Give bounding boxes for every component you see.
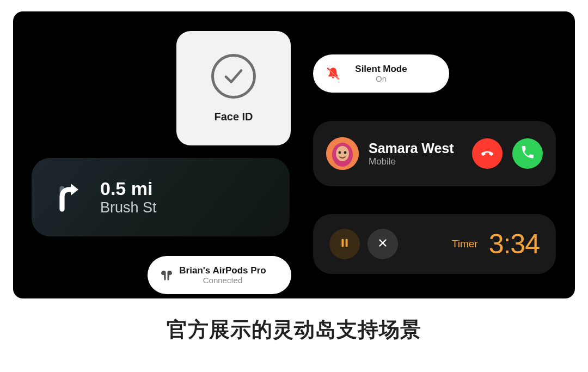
caller-avatar [326,137,359,170]
decline-call-button[interactable] [472,138,503,169]
timer-card: Timer 3:34 [313,214,556,274]
timer-time: 3:34 [489,228,540,260]
svg-rect-8 [346,239,348,247]
caller-info: Samara West Mobile [369,141,462,167]
svg-point-5 [339,151,341,154]
silent-mode-text: Silent Mode On [325,64,437,84]
silent-mode-pill: Silent Mode On [313,54,449,93]
airpods-status: Connected [164,276,281,285]
timer-close-button[interactable] [367,229,398,259]
caller-line: Mobile [369,156,462,167]
close-icon [377,237,389,251]
airpods-text: Brian's AirPods Pro Connected [164,265,281,285]
svg-point-4 [336,146,349,161]
phone-icon [520,145,535,162]
silent-mode-status: On [325,74,437,83]
navigation-street: Brush St [100,199,157,216]
phone-down-icon [480,145,494,162]
navigation-distance: 0.5 mi [100,178,157,199]
pause-icon [339,237,351,251]
caller-name: Samara West [369,141,462,156]
silent-mode-title: Silent Mode [325,64,437,75]
showcase-stage: Face ID Silent Mode On [13,11,575,298]
svg-rect-7 [342,239,344,247]
timer-label: Timer [452,238,478,250]
turn-right-icon [51,181,84,214]
navigation-text: 0.5 mi Brush St [100,178,157,216]
svg-point-6 [344,151,347,154]
accept-call-button[interactable] [512,138,543,169]
checkmark-circle-icon [211,54,256,99]
airpods-title: Brian's AirPods Pro [164,265,281,276]
faceid-card: Face ID [176,31,291,145]
faceid-label: Face ID [214,111,253,123]
timer-pause-button[interactable] [329,229,360,259]
image-caption: 官方展示的灵动岛支持场景 [0,316,588,344]
navigation-card: 0.5 mi Brush St [32,158,290,236]
incoming-call-card: Samara West Mobile [313,121,556,186]
airpods-connected-pill: Brian's AirPods Pro Connected [148,256,291,294]
